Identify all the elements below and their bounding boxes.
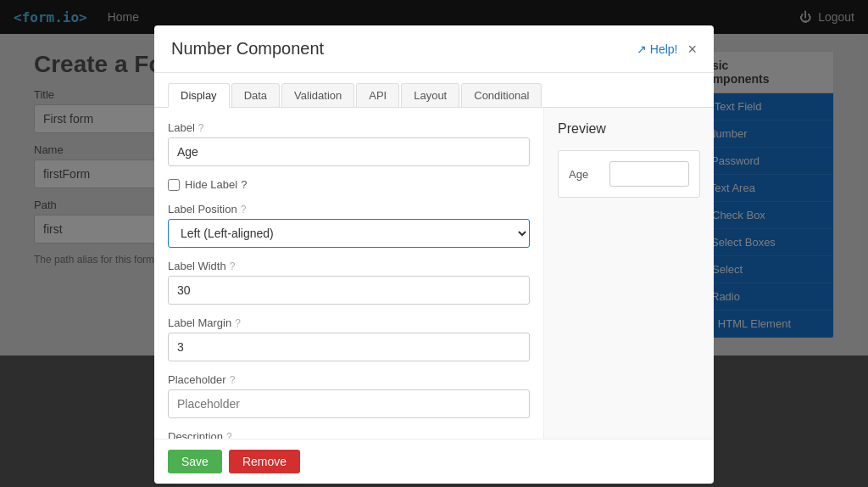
modal-preview: Preview Age xyxy=(544,108,714,439)
label-width-input[interactable] xyxy=(168,276,530,305)
preview-field-input xyxy=(609,161,689,187)
modal-header-right: ↗ Help! × xyxy=(637,42,697,57)
tab-display[interactable]: Display xyxy=(168,83,230,108)
modal-tabs: Display Data Validation API Layout Condi… xyxy=(154,73,714,108)
placeholder-label: Placeholder ? xyxy=(168,373,530,386)
hide-label-checkbox[interactable] xyxy=(168,179,180,191)
placeholder-group: Placeholder ? xyxy=(168,373,530,418)
label-field-group: Label ? xyxy=(168,121,530,166)
preview-field-label: Age xyxy=(569,168,603,181)
label-position-help-icon[interactable]: ? xyxy=(241,204,247,216)
label-help-icon[interactable]: ? xyxy=(198,122,204,134)
help-link[interactable]: ↗ Help! xyxy=(637,42,678,56)
preview-title: Preview xyxy=(558,121,700,137)
modal-title: Number Component xyxy=(171,39,324,59)
remove-button[interactable]: Remove xyxy=(229,450,300,473)
tab-conditional[interactable]: Conditional xyxy=(461,83,542,108)
label-position-group: Label Position ? Left (Left-aligned) Rig… xyxy=(168,203,530,248)
save-button[interactable]: Save xyxy=(168,450,222,473)
preview-box: Age xyxy=(558,150,700,198)
close-button[interactable]: × xyxy=(687,42,697,57)
number-component-modal: Number Component ↗ Help! × Display Data … xyxy=(154,25,714,484)
label-input[interactable] xyxy=(168,137,530,166)
hide-label-text: Hide Label ? xyxy=(185,178,247,191)
description-group: Description ? xyxy=(168,430,530,439)
tab-layout[interactable]: Layout xyxy=(401,83,459,108)
modal-form: Label ? Hide Label ? Label Pos xyxy=(154,108,544,439)
hide-label-row: Hide Label ? xyxy=(168,178,530,191)
label-field-label: Label ? xyxy=(168,121,530,134)
label-width-group: Label Width ? xyxy=(168,260,530,305)
label-width-help-icon[interactable]: ? xyxy=(230,260,236,272)
placeholder-input[interactable] xyxy=(168,389,530,418)
modal-overlay: Number Component ↗ Help! × Display Data … xyxy=(0,0,868,487)
label-width-label: Label Width ? xyxy=(168,260,530,272)
description-help-icon[interactable]: ? xyxy=(226,431,232,439)
label-margin-help-icon[interactable]: ? xyxy=(235,317,241,329)
label-position-select[interactable]: Left (Left-aligned) Right (Right-aligned… xyxy=(168,219,530,248)
tab-api[interactable]: API xyxy=(356,83,399,108)
description-label: Description ? xyxy=(168,430,530,439)
modal-footer: Save Remove xyxy=(154,439,714,484)
preview-field: Age xyxy=(569,161,689,187)
label-margin-input[interactable] xyxy=(168,333,530,361)
placeholder-help-icon[interactable]: ? xyxy=(230,374,236,386)
modal-header: Number Component ↗ Help! × xyxy=(154,25,714,73)
tab-data[interactable]: Data xyxy=(231,83,280,108)
label-position-label: Label Position ? xyxy=(168,203,530,216)
external-link-icon: ↗ xyxy=(637,42,647,56)
modal-body: Label ? Hide Label ? Label Pos xyxy=(154,108,714,439)
label-margin-label: Label Margin ? xyxy=(168,316,530,329)
hide-label-help-icon[interactable]: ? xyxy=(241,178,247,191)
label-margin-group: Label Margin ? xyxy=(168,316,530,361)
tab-validation[interactable]: Validation xyxy=(281,83,354,108)
